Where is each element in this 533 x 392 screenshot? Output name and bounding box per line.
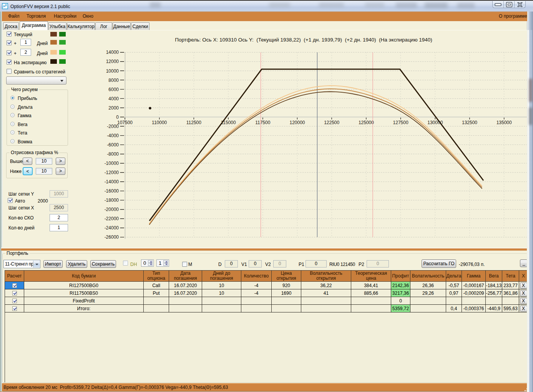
svg-text:-24000: -24000 — [105, 225, 119, 231]
svg-text:127500: 127500 — [393, 120, 408, 125]
svg-text:117500: 117500 — [255, 120, 270, 125]
svg-text:14000: 14000 — [106, 50, 119, 55]
svg-text:-26000: -26000 — [105, 234, 119, 240]
svg-text:112500: 112500 — [186, 120, 201, 125]
svg-text:-14000: -14000 — [105, 179, 119, 184]
svg-text:-22000: -22000 — [105, 216, 119, 221]
svg-text:120000: 120000 — [289, 120, 305, 125]
svg-text:122500: 122500 — [324, 120, 339, 125]
svg-text:Портфель: Ось X: 109310 Ось Y:: Портфель: Ось X: 109310 Ось Y: (Текущий … — [175, 37, 432, 43]
svg-text:8000: 8000 — [108, 78, 119, 83]
svg-text:-16000: -16000 — [105, 188, 119, 194]
svg-text:12000: 12000 — [106, 59, 119, 64]
svg-text:-20000: -20000 — [105, 207, 119, 212]
svg-text:135000: 135000 — [496, 120, 512, 125]
svg-text:132500: 132500 — [462, 120, 477, 125]
svg-text:4000: 4000 — [108, 96, 119, 101]
svg-text:-18000: -18000 — [105, 198, 119, 203]
svg-text:110000: 110000 — [152, 120, 167, 125]
svg-text:-6000: -6000 — [107, 142, 119, 148]
svg-text:0: 0 — [116, 115, 119, 120]
svg-text:2000: 2000 — [108, 105, 119, 111]
svg-text:-4000: -4000 — [107, 133, 119, 138]
svg-text:-12000: -12000 — [105, 170, 119, 175]
svg-text:10000: 10000 — [106, 68, 119, 74]
svg-text:-10000: -10000 — [105, 161, 119, 166]
svg-text:6000: 6000 — [108, 87, 119, 92]
svg-text:125000: 125000 — [359, 120, 374, 125]
svg-text:-8000: -8000 — [107, 151, 119, 157]
svg-text:107500: 107500 — [117, 120, 133, 125]
